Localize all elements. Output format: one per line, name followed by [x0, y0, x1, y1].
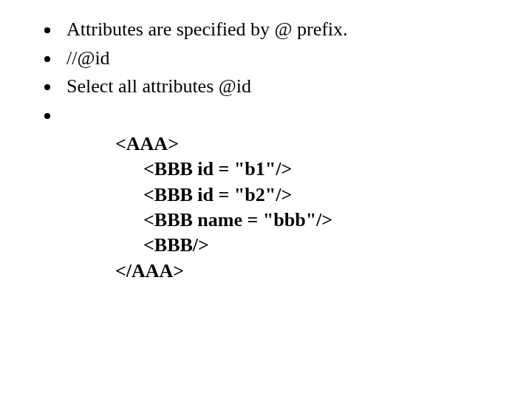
bullet-text: Select all attributes @id — [66, 75, 251, 97]
xml-line: <BBB/> — [115, 233, 502, 258]
xml-line: <BBB name = "bbb"/> — [115, 208, 502, 233]
bullet-item: Attributes are specified by @ prefix. — [61, 18, 502, 42]
bullet-text: Attributes are specified by @ prefix. — [66, 18, 348, 40]
bullet-list: Attributes are specified by @ prefix. //… — [35, 18, 502, 127]
xml-line: </AAA> — [115, 259, 502, 284]
bullet-item — [61, 103, 502, 128]
bullet-item: //@id — [61, 47, 502, 71]
bullet-text: //@id — [66, 47, 110, 69]
xml-line: <BBB id = "b1"/> — [115, 157, 502, 182]
slide-body: Attributes are specified by @ prefix. //… — [0, 0, 532, 313]
xml-code-block: <AAA> <BBB id = "b1"/> <BBB id = "b2"/> … — [115, 132, 502, 284]
bullet-item: Select all attributes @id — [61, 75, 502, 99]
xml-line: <BBB id = "b2"/> — [115, 183, 502, 208]
xml-line: <AAA> — [115, 132, 502, 157]
